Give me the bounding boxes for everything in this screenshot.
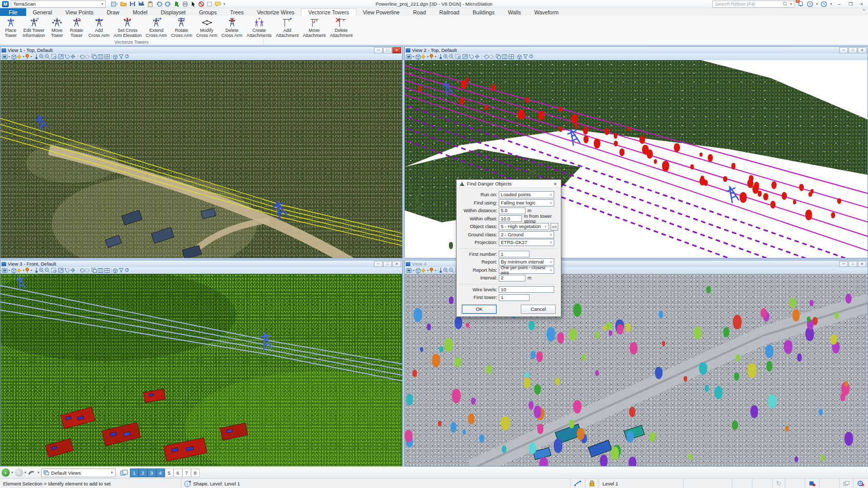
delete-attachment-button[interactable]: DeleteAttachment: [328, 16, 355, 38]
extend-cross-arm-button[interactable]: ExtendCross Arm: [144, 16, 169, 38]
view-group-menu-icon[interactable]: [28, 470, 36, 476]
interval-input[interactable]: 2: [499, 275, 525, 281]
create-attachments-button[interactable]: CreateAttachments: [244, 16, 274, 38]
clock-menu-icon[interactable]: ▾: [830, 2, 832, 6]
object-class-more-button[interactable]: >>: [551, 223, 558, 231]
snap-mode-indicator[interactable]: [570, 479, 585, 488]
place-tower-button[interactable]: PlaceTower: [1, 16, 21, 38]
tab-railroad[interactable]: Railroad: [432, 8, 466, 16]
view-minimize-button[interactable]: ─: [839, 47, 848, 53]
disconnect-indicator[interactable]: [853, 479, 868, 488]
tab-vectorize-towers[interactable]: Vectorize Towers: [301, 8, 356, 16]
info-icon[interactable]: i: [184, 480, 191, 487]
view-minimize-button[interactable]: ─: [374, 47, 383, 53]
find-using-select[interactable]: Falling tree logic∨: [499, 199, 554, 207]
view-group-menu-caret[interactable]: ▾: [37, 471, 40, 475]
view-2-toolbar[interactable]: [405, 53, 867, 60]
view-minimize-button[interactable]: ─: [839, 261, 848, 267]
delete-cross-arm-button[interactable]: DeleteCross Arm: [219, 16, 244, 38]
undo-icon[interactable]: [156, 1, 162, 7]
first-tower-input[interactable]: 1: [499, 294, 530, 301]
window-indicator[interactable]: [839, 479, 853, 488]
cancel-button[interactable]: Cancel: [521, 305, 556, 314]
view-toggle-2[interactable]: 2: [139, 468, 147, 477]
view-maximize-button[interactable]: □: [848, 47, 857, 53]
forward-menu-icon[interactable]: ▾: [25, 471, 27, 475]
run-on-select[interactable]: Loaded points∨: [499, 191, 554, 198]
history-clock-button[interactable]: [821, 1, 827, 7]
note-icon[interactable]: [215, 2, 221, 7]
view-minimize-button[interactable]: ─: [374, 261, 383, 267]
tab-file[interactable]: File: [0, 8, 26, 16]
within-distance-input[interactable]: 5.0: [499, 208, 525, 214]
tab-walls[interactable]: Walls: [501, 8, 527, 16]
back-button[interactable]: ‹: [2, 468, 10, 477]
database-alert-indicator[interactable]: [805, 479, 819, 488]
wire-levels-input[interactable]: 10: [499, 286, 554, 293]
add-cross-arm-button[interactable]: AddCross Arm: [86, 16, 111, 38]
add-attachment-button[interactable]: AddAttachment: [274, 16, 301, 38]
move-tower-button[interactable]: MoveTower: [47, 16, 67, 38]
rotate-cross-arm-button[interactable]: RotateCross Arm: [169, 16, 194, 38]
active-level-indicator[interactable]: Level 1: [598, 479, 683, 488]
tab-view-points[interactable]: View Points: [59, 8, 100, 16]
view-3-content-front-point-cloud[interactable]: [1, 274, 402, 466]
refresh-indicator[interactable]: ↻: [772, 479, 785, 488]
forward-button[interactable]: ›: [15, 468, 23, 477]
dialog-titlebar[interactable]: Find Danger Objects ×: [457, 180, 561, 188]
help-menu-icon[interactable]: ▾: [816, 2, 818, 6]
paste-icon[interactable]: [147, 1, 153, 7]
save-settings-icon[interactable]: [138, 1, 145, 7]
move-attachment-button[interactable]: MoveAttachment: [301, 16, 328, 38]
close-button[interactable]: ×: [858, 1, 866, 7]
view-maximize-button[interactable]: □: [848, 261, 857, 267]
view-toggle-4[interactable]: 4: [156, 468, 165, 477]
tab-buildings[interactable]: Buildings: [466, 8, 501, 16]
view-close-button[interactable]: ✕: [392, 261, 401, 267]
search-ribbon-input[interactable]: Search Ribbon (F4) ▾: [712, 1, 795, 8]
edit-tower-information-button[interactable]: ?Edit TowerInformation: [21, 16, 47, 38]
within-offset-input[interactable]: 10.0: [499, 215, 522, 222]
view-toggle-3[interactable]: 3: [147, 468, 156, 477]
tab-view-powerline[interactable]: View Powerline: [356, 8, 407, 16]
set-cross-arm-elevation-button[interactable]: Set CrossArm Elevation: [111, 16, 144, 38]
help-button[interactable]: ?: [807, 1, 813, 7]
open-folder-icon[interactable]: [120, 1, 127, 7]
ok-button[interactable]: OK: [462, 305, 497, 314]
view-maximize-button[interactable]: □: [383, 47, 392, 53]
rotate-tower-button[interactable]: RotateTower: [67, 16, 86, 38]
view-toggle-7[interactable]: 7: [182, 468, 191, 477]
print-icon[interactable]: [182, 1, 188, 7]
tab-groups[interactable]: Groups: [193, 8, 223, 16]
modify-cross-arm-button[interactable]: ModifyCross Arm: [194, 16, 219, 38]
collapse-ribbon-icon[interactable]: ^: [863, 8, 865, 13]
view-group-select[interactable]: Default Views ▾: [41, 468, 116, 477]
pin-icon[interactable]: [174, 1, 179, 7]
tab-road[interactable]: Road: [406, 8, 432, 16]
save-icon[interactable]: [129, 1, 136, 7]
tab-general[interactable]: General: [26, 8, 59, 16]
tab-vectorize-wires[interactable]: Vectorize Wires: [250, 8, 301, 16]
element-selection-icon[interactable]: [191, 1, 196, 7]
view-close-button[interactable]: ✕: [858, 47, 866, 53]
search-options-icon[interactable]: ▾: [790, 2, 792, 6]
level-lock-indicator[interactable]: [585, 479, 598, 488]
workflow-selector[interactable]: TerraScan ▾: [11, 1, 106, 8]
redo-icon[interactable]: [165, 1, 172, 7]
first-number-input[interactable]: 1: [499, 251, 530, 257]
view-2-titlebar[interactable]: View 2 - Top, Default ─ □ ✕: [405, 47, 867, 53]
view-toggle-1[interactable]: 1: [130, 468, 139, 477]
object-class-select[interactable]: 5 - High vegetation∨: [499, 223, 549, 230]
notifications-button[interactable]: 2: [798, 1, 804, 8]
back-menu-icon[interactable]: ▾: [11, 471, 13, 475]
tab-draw[interactable]: Draw: [100, 8, 126, 16]
view-3-titlebar[interactable]: View 3 - Front, Default ─ □ ✕: [1, 260, 402, 267]
view-3-toolbar[interactable]: [1, 267, 402, 274]
view-1-toolbar[interactable]: [1, 53, 402, 60]
view-toggle-6[interactable]: 6: [174, 468, 182, 477]
tab-displayset[interactable]: Displayset: [154, 8, 192, 16]
tab-trees[interactable]: Trees: [223, 8, 250, 16]
no-snap-icon[interactable]: [198, 1, 204, 7]
report-hits-select[interactable]: One per point - closest wire∨: [499, 267, 554, 274]
projection-select[interactable]: ETRS-GK27∨: [499, 239, 554, 246]
